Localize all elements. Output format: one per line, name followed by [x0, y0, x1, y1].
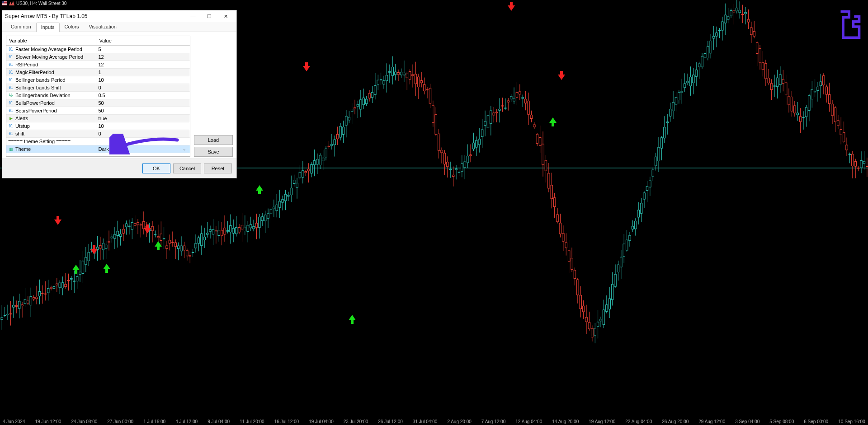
- value-cell[interactable]: 10: [96, 76, 190, 84]
- tab-common[interactable]: Common: [6, 22, 36, 32]
- reset-button[interactable]: Reset: [204, 163, 232, 173]
- svg-rect-188: [261, 217, 263, 221]
- svg-rect-340: [481, 130, 483, 137]
- value-cell[interactable]: 12: [96, 61, 190, 69]
- svg-rect-212: [296, 183, 298, 187]
- svg-rect-240: [336, 134, 338, 139]
- svg-rect-312: [441, 150, 443, 153]
- load-button[interactable]: Load: [194, 135, 233, 145]
- svg-rect-80: [105, 245, 107, 248]
- input-row[interactable]: ===== theme Setting =====: [6, 138, 190, 145]
- value-cell[interactable]: 5: [96, 46, 190, 53]
- input-row[interactable]: ThemeDark⌄: [6, 145, 190, 153]
- tab-inputs[interactable]: Inputs: [36, 23, 60, 32]
- svg-rect-522: [745, 12, 746, 14]
- x-tick-label: 4 Jul 12:00: [175, 419, 198, 424]
- svg-rect-128: [175, 243, 176, 247]
- svg-rect-348: [493, 113, 495, 115]
- input-row[interactable]: Faster Moving Average Period5: [6, 46, 190, 53]
- svg-rect-578: [826, 87, 827, 94]
- svg-rect-570: [814, 91, 816, 92]
- input-row[interactable]: Bollinger bands Shift0: [6, 84, 190, 92]
- svg-rect-546: [779, 75, 781, 85]
- svg-rect-50: [61, 283, 63, 288]
- svg-rect-76: [99, 245, 101, 248]
- svg-rect-86: [114, 234, 116, 238]
- input-row[interactable]: Bollingerbands Deviation0.5: [6, 92, 190, 99]
- svg-rect-272: [383, 81, 385, 84]
- svg-rect-152: [209, 229, 211, 231]
- svg-rect-520: [741, 14, 743, 15]
- svg-rect-590: [843, 132, 844, 142]
- input-row[interactable]: Alertstrue: [6, 115, 190, 122]
- svg-rect-412: [585, 318, 587, 322]
- input-row[interactable]: Slower Moving Average Period12: [6, 53, 190, 61]
- svg-rect-130: [177, 246, 179, 248]
- input-row[interactable]: BearsPowerPeriod50: [6, 107, 190, 115]
- save-button[interactable]: Save: [194, 147, 233, 157]
- svg-rect-548: [782, 79, 784, 84]
- svg-rect-504: [718, 30, 720, 31]
- value-cell[interactable]: true: [96, 115, 190, 122]
- svg-rect-112: [151, 226, 153, 231]
- svg-rect-350: [495, 112, 497, 113]
- value-cell[interactable]: 1: [96, 69, 190, 76]
- svg-rect-392: [557, 215, 558, 222]
- svg-rect-366: [519, 92, 521, 94]
- svg-rect-384: [545, 160, 547, 171]
- svg-rect-220: [307, 169, 309, 171]
- svg-rect-44: [53, 286, 55, 288]
- svg-rect-8: [1, 318, 3, 320]
- svg-rect-178: [247, 225, 249, 232]
- svg-rect-298: [420, 81, 422, 83]
- input-row[interactable]: shift0: [6, 130, 190, 138]
- svg-rect-314: [443, 153, 445, 164]
- col-value[interactable]: Value: [96, 36, 190, 46]
- svg-rect-162: [224, 228, 226, 234]
- dialog-titlebar[interactable]: Super Arrow MT5 - By TFLab 1.05 — ☐ ✕: [2, 10, 236, 22]
- value-cell[interactable]: 12: [96, 53, 190, 61]
- input-row[interactable]: MagicFilterPeriod1: [6, 69, 190, 76]
- ok-button[interactable]: OK: [142, 163, 170, 173]
- value-cell[interactable]: 10: [96, 122, 190, 130]
- value-cell[interactable]: 0: [96, 84, 190, 92]
- tab-visualization[interactable]: Visualization: [84, 22, 122, 32]
- svg-rect-462: [658, 147, 660, 161]
- input-row[interactable]: Utstup10: [6, 122, 190, 130]
- svg-rect-292: [412, 75, 414, 76]
- cancel-button[interactable]: Cancel: [173, 163, 201, 173]
- input-row[interactable]: BullsPowerPeriod50: [6, 99, 190, 107]
- variable-name: Alerts: [15, 116, 28, 121]
- col-variable[interactable]: Variable: [6, 36, 96, 46]
- tab-colors[interactable]: Colors: [60, 22, 84, 32]
- value-cell[interactable]: 0.5: [96, 92, 190, 99]
- svg-rect-168: [232, 229, 234, 234]
- value-cell[interactable]: 0: [96, 130, 190, 138]
- svg-marker-618: [558, 71, 565, 80]
- inputs-table[interactable]: Variable Value Faster Moving Average Per…: [6, 36, 190, 157]
- svg-rect-540: [770, 84, 772, 90]
- svg-rect-380: [539, 137, 541, 145]
- svg-marker-617: [549, 117, 557, 126]
- value-cell[interactable]: [96, 138, 190, 145]
- input-row[interactable]: Bollinger bands Period10: [6, 76, 190, 84]
- x-tick-label: 24 Jun 08:00: [71, 419, 97, 424]
- svg-marker-609: [54, 216, 61, 225]
- svg-rect-60: [76, 276, 78, 281]
- svg-rect-124: [169, 240, 170, 243]
- input-row[interactable]: RSIPeriod12: [6, 61, 190, 69]
- svg-rect-266: [374, 86, 376, 95]
- value-cell[interactable]: 50: [96, 107, 190, 115]
- theme-dropdown[interactable]: Dark⌄: [98, 146, 188, 152]
- svg-rect-24: [24, 299, 26, 304]
- minimize-button[interactable]: —: [185, 10, 201, 22]
- maximize-button[interactable]: ☐: [201, 10, 217, 22]
- svg-rect-438: [623, 244, 625, 257]
- value-cell[interactable]: 50: [96, 99, 190, 107]
- svg-rect-444: [632, 226, 633, 229]
- close-button[interactable]: ✕: [217, 10, 234, 22]
- svg-rect-186: [259, 217, 260, 227]
- svg-rect-84: [111, 237, 113, 238]
- boo-type-icon: [8, 116, 14, 121]
- svg-rect-40: [47, 288, 49, 293]
